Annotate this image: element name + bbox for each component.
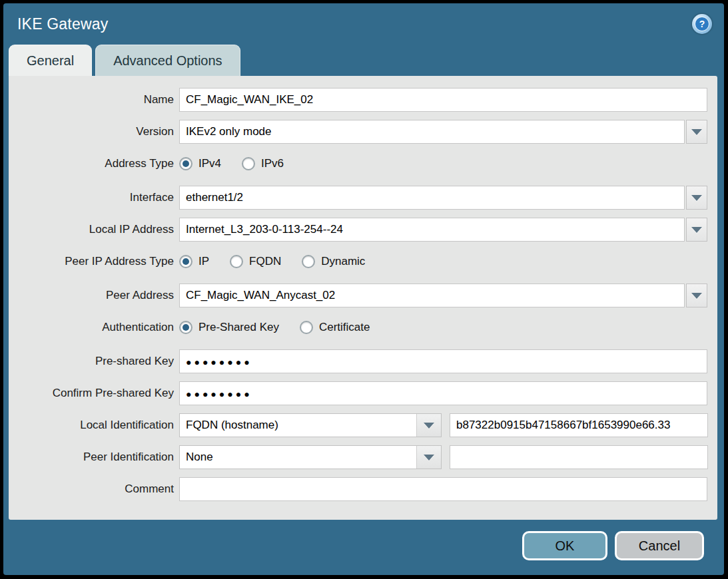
radio-ipv6[interactable]: IPv6 [242,157,284,170]
interface-label: Interface [9,191,174,204]
version-dropdown-button[interactable] [686,120,707,144]
ike-gateway-dialog: IKE Gateway ? General Advanced Options N… [3,3,724,575]
radio-ipv6-icon[interactable] [242,157,255,170]
chevron-down-icon [691,129,702,135]
radio-ip[interactable]: IP [179,255,209,268]
radio-ipv4[interactable]: IPv4 [179,157,221,170]
peer-address-row: Peer Address CF_Magic_WAN_Anycast_02 [9,284,707,307]
peer-address-dropdown-button[interactable] [686,284,707,307]
radio-ipv4-label: IPv4 [198,157,221,170]
radio-ipv4-icon[interactable] [179,157,192,170]
name-input[interactable]: CF_Magic_WAN_IKE_02 [179,88,707,112]
tab-general[interactable]: General [9,45,92,76]
local-identification-type-select[interactable]: FQDN (hostname) [179,413,442,437]
peer-identification-row: Peer Identification None [9,445,707,469]
interface-dropdown-button[interactable] [686,186,707,210]
radio-dynamic-icon[interactable] [302,255,315,268]
comment-row: Comment [9,477,707,501]
peer-ip-address-type-radio-group: IP FQDN Dynamic [179,255,386,268]
peer-identification-type-select[interactable]: None [179,445,442,469]
local-ip-address-label: Local IP Address [9,223,174,236]
radio-dynamic[interactable]: Dynamic [302,255,365,268]
confirm-pre-shared-key-label: Confirm Pre-shared Key [9,387,174,400]
ok-button[interactable]: OK [522,531,607,560]
name-row: Name CF_Magic_WAN_IKE_02 [9,88,707,112]
local-ip-address-row: Local IP Address Internet_L3_203-0-113-2… [9,218,707,242]
peer-identification-type-value: None [180,446,416,469]
radio-ip-label: IP [198,255,209,268]
address-type-row: Address Type IPv4 IPv6 [9,152,707,176]
question-mark-icon: ? [695,17,709,31]
radio-fqdn-label: FQDN [249,255,281,268]
peer-identification-label: Peer Identification [9,451,174,464]
comment-label: Comment [9,482,174,496]
radio-dynamic-label: Dynamic [321,255,365,268]
version-input[interactable]: IKEv2 only mode [179,120,685,144]
chevron-down-icon [691,293,702,299]
interface-input[interactable]: ethernet1/2 [179,186,685,210]
dialog-title: IKE Gateway [17,15,108,33]
radio-fqdn[interactable]: FQDN [230,255,281,268]
name-label: Name [9,93,174,106]
authentication-label: Authentication [9,321,174,334]
tab-advanced-options[interactable]: Advanced Options [95,45,240,76]
radio-certificate-icon[interactable] [300,321,313,334]
chevron-down-icon [424,423,434,429]
authentication-row: Authentication Pre-Shared Key Certificat… [9,315,707,339]
peer-identification-dropdown-button[interactable] [416,446,441,469]
pre-shared-key-input[interactable]: ●●●●●●●● [179,349,707,373]
dialog-footer: OK Cancel [3,520,724,575]
tab-general-label: General [27,53,74,69]
radio-certificate[interactable]: Certificate [300,321,370,334]
chevron-down-icon [691,195,702,201]
version-label: Version [9,125,174,138]
radio-certificate-label: Certificate [319,321,370,334]
chevron-down-icon [691,227,702,233]
peer-ip-address-type-row: Peer IP Address Type IP FQDN Dynamic [9,250,707,274]
local-ip-address-input[interactable]: Internet_L3_203-0-113-254--24 [179,218,685,242]
local-ip-address-dropdown-button[interactable] [686,218,707,242]
local-identification-row: Local Identification FQDN (hostname) b87… [9,413,707,437]
address-type-radio-group: IPv4 IPv6 [179,157,304,170]
general-tab-panel: Name CF_Magic_WAN_IKE_02 Version IKEv2 o… [9,76,717,520]
radio-ipv6-label: IPv6 [261,157,284,170]
peer-identification-input[interactable] [450,445,708,469]
tab-bar: General Advanced Options [3,45,724,76]
interface-row: Interface ethernet1/2 [9,186,707,210]
help-icon[interactable]: ? [692,14,712,34]
pre-shared-key-label: Pre-shared Key [9,355,174,368]
comment-input[interactable] [179,477,707,501]
title-bar: IKE Gateway ? [3,3,724,45]
confirm-pre-shared-key-input[interactable]: ●●●●●●●● [179,381,707,405]
pre-shared-key-row: Pre-shared Key ●●●●●●●● [9,349,707,373]
peer-address-label: Peer Address [9,289,174,302]
version-row: Version IKEv2 only mode [9,120,707,144]
radio-pre-shared-key[interactable]: Pre-Shared Key [179,321,279,334]
tab-advanced-options-label: Advanced Options [113,53,222,69]
local-identification-dropdown-button[interactable] [416,414,441,437]
radio-pre-shared-key-label: Pre-Shared Key [198,321,279,334]
cancel-button[interactable]: Cancel [615,531,704,560]
radio-ip-icon[interactable] [179,255,192,268]
radio-fqdn-icon[interactable] [230,255,243,268]
local-identification-label: Local Identification [9,419,174,432]
radio-pre-shared-key-icon[interactable] [179,321,192,334]
address-type-label: Address Type [9,157,174,170]
local-identification-input[interactable]: b87322b0915b47158667bf1653990e66.33 [450,413,708,437]
local-identification-type-value: FQDN (hostname) [180,414,416,437]
peer-ip-address-type-label: Peer IP Address Type [9,255,174,268]
authentication-radio-group: Pre-Shared Key Certificate [179,321,390,334]
confirm-pre-shared-key-row: Confirm Pre-shared Key ●●●●●●●● [9,381,707,405]
chevron-down-icon [424,455,434,461]
peer-address-input[interactable]: CF_Magic_WAN_Anycast_02 [179,284,685,307]
